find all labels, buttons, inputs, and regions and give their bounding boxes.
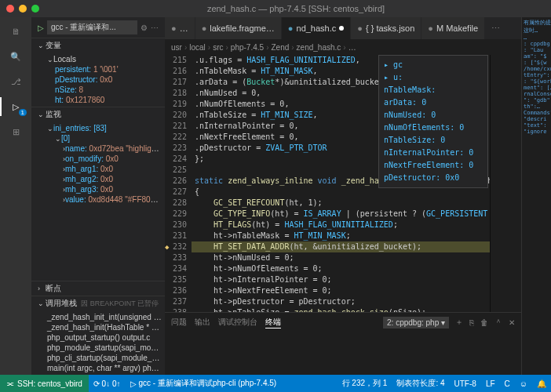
bell-icon[interactable]: 🔔 [532, 378, 551, 389]
sync-status[interactable]: ⟳ 0↓ 0↑ [89, 379, 126, 388]
tab-overflow-icon[interactable]: ⋯ [485, 17, 506, 39]
breadcrumb[interactable]: usr›local›src›php-7.4.5›Zend›zend_hash.c… [165, 39, 521, 55]
breadcrumb-item[interactable]: … [348, 43, 356, 52]
debug-hover: ▸ gc▸ u: nTableMask: arData: 0 nNumUsed:… [378, 55, 488, 188]
panel-tab[interactable]: 问题 [171, 317, 187, 328]
breadcrumb-item[interactable]: usr [171, 43, 182, 52]
hover-row: nTableSize: 0 [382, 134, 484, 147]
max-dot[interactable] [31, 5, 39, 13]
watch-row[interactable]: ›mh_arg3: 0x0 [31, 184, 165, 194]
locals-scope[interactable]: ⌄Locals [31, 54, 165, 64]
panel-tab[interactable]: 调试控制台 [218, 317, 257, 328]
panel-action-icon[interactable]: ⎘ [469, 318, 474, 327]
panel-tabs: 问题输出调试控制台终端2: cppdbg: php ▾＋⎘🗑＾✕ [165, 313, 521, 332]
extensions-icon[interactable]: ⊞ [8, 124, 24, 140]
stack-frame[interactable]: php_module_startup(sapi_module_struct *… [31, 343, 165, 353]
variable-row[interactable]: ht: 0x1217860 [31, 95, 165, 105]
editor-area: ●…●lakefile.fragme…●nd_hash.c●{ } tasks.… [165, 17, 521, 375]
editor-tab[interactable]: ●… [165, 17, 195, 39]
editor-tab[interactable]: ●nd_hash.c [282, 17, 351, 39]
hover-row: nNextFreeElement: 0 [382, 159, 484, 172]
window-title: zend_hash.c — php-7.4.5 [SSH: centos_vbi… [47, 4, 545, 13]
variable-row[interactable]: persistent: 1 '\001' [31, 64, 165, 74]
breakpoint-marker[interactable]: ◆ [165, 241, 169, 252]
variable-row[interactable]: nSize: 8 [31, 85, 165, 95]
gear-icon[interactable]: ⚙ [140, 24, 148, 32]
watch-item[interactable]: ⌄[0] [31, 133, 165, 143]
code-editor[interactable]: ◆ 21521621721821922022122222322422522622… [165, 55, 521, 312]
terminal-select[interactable]: 2: cppdbg: php ▾ [383, 317, 449, 328]
panel-tab[interactable]: 终端 [265, 317, 281, 328]
panel-tab[interactable]: 输出 [195, 317, 210, 328]
breakpoints-section: ›断点 [31, 281, 165, 296]
close-dot[interactable] [6, 5, 14, 13]
status-bar: ⫘ SSH: centos_vbird ⟳ 0↓ 0↑ ▷ gcc - 重新编译… [0, 375, 551, 392]
activity-bar: 🗎 🔍 ⎇ ▷1 ⊞ [0, 17, 31, 375]
breadcrumb-item[interactable]: Zend [271, 43, 289, 52]
run-header: ▷ gcc - 重新编译和... ⚙ ⋯ [31, 17, 165, 38]
lang-status[interactable]: C [500, 378, 515, 389]
cursor-pos[interactable]: 行 232，列 1 [338, 378, 392, 389]
editor-tab[interactable]: ●lakefile.fragme… [195, 17, 282, 39]
titlebar: zend_hash.c — php-7.4.5 [SSH: centos_vbi… [0, 0, 551, 17]
variables-header[interactable]: ⌄变量 [31, 38, 165, 53]
explorer-icon[interactable]: 🗎 [8, 24, 24, 39]
watch-section: ⌄监视 ⌄ini_entries: [83] ⌄[0] ›name: 0xd72… [31, 107, 165, 281]
min-dot[interactable] [19, 5, 27, 13]
hover-row: ▸ gc [382, 59, 484, 71]
breakpoints-header[interactable]: ›断点 [31, 281, 165, 296]
hover-row: nNumUsed: 0 [382, 109, 484, 122]
stack-frame[interactable]: main(int argc, char ** argv) ph… [31, 363, 165, 373]
watch-row[interactable]: ›mh_arg2: 0x0 [31, 174, 165, 184]
stack-frame[interactable]: php_cli_startup(sapi_module_struct *… [31, 353, 165, 363]
editor-tab[interactable]: ●{ } tasks.json [351, 17, 421, 39]
callstack-header[interactable]: ⌄调用堆栈 因 BREAKPOINT 已暂停 [31, 296, 165, 310]
panel-action-icon[interactable]: ＾ [494, 317, 502, 328]
variable-row[interactable]: pDestructor: 0x0 [31, 74, 165, 85]
eol-status[interactable]: LF [481, 378, 500, 389]
breadcrumb-item[interactable]: src [213, 43, 223, 52]
traffic-lights [6, 5, 39, 13]
breadcrumb-item[interactable]: zend_hash.c [297, 43, 341, 52]
panel-action-icon[interactable]: ✕ [509, 318, 515, 327]
hover-row: pDestructor: 0x0 [382, 172, 484, 184]
stack-frame[interactable]: php_output_startup() output.c [31, 332, 165, 343]
debug-sidebar: ▷ gcc - 重新编译和... ⚙ ⋯ ⌄变量 ⌄Locals persist… [31, 17, 165, 375]
panel-action-icon[interactable]: 🗑 [480, 318, 488, 327]
more-icon[interactable]: ⋯ [151, 24, 159, 32]
stack-frame[interactable]: _zend_hash_init_int(unsigned char per… [31, 312, 165, 322]
hover-row: nTableMask: [382, 84, 484, 96]
scm-icon[interactable]: ⎇ [8, 74, 24, 89]
watch-row[interactable]: ›value: 0xd8d448 "#FF8000" [31, 194, 165, 205]
breadcrumb-item[interactable]: php-7.4.5 [231, 43, 264, 52]
encoding-status[interactable]: UTF-8 [450, 378, 481, 389]
watch-row[interactable]: ›mh_arg1: 0x0 [31, 164, 165, 174]
right-editor-fragment: 有属性的提示…这时……: cppdbg: "Lauam": "$: ["${w/… [521, 17, 551, 375]
indent-status[interactable]: 制表符长度: 4 [392, 378, 449, 389]
editor-tab[interactable]: ●M Makefile [421, 17, 485, 39]
watch-root[interactable]: ⌄ini_entries: [83] [31, 123, 165, 133]
debug-status[interactable]: ▷ gcc - 重新编译和调试php-cli (php-7.4.5) [126, 378, 282, 389]
hover-row: nInternalPointer: 0 [382, 147, 484, 159]
variables-section: ⌄变量 ⌄Locals persistent: 1 '\001'pDestruc… [31, 38, 165, 107]
line-gutter: 2152162172182192202212222232242252262272… [165, 55, 192, 312]
bottom-panel: 问题输出调试控制台终端2: cppdbg: php ▾＋⎘🗑＾✕ [165, 312, 521, 375]
editor-tabs: ●…●lakefile.fragme…●nd_hash.c●{ } tasks.… [165, 17, 521, 39]
hover-row: arData: 0 [382, 96, 484, 109]
watch-row[interactable]: ›on_modify: 0x0 [31, 154, 165, 164]
feedback-icon[interactable]: ☺ [515, 378, 532, 389]
breadcrumb-item[interactable]: local [189, 43, 206, 52]
callstack-section: ⌄调用堆栈 因 BREAKPOINT 已暂停 _zend_hash_init_i… [31, 296, 165, 375]
hover-row: nNumOfElements: 0 [382, 122, 484, 134]
hover-row: ▸ u: [382, 71, 484, 84]
config-dropdown[interactable]: gcc - 重新编译和... [47, 20, 137, 34]
minimap[interactable] [490, 55, 521, 312]
search-icon[interactable]: 🔍 [8, 49, 24, 64]
debug-icon[interactable]: ▷1 [8, 99, 24, 114]
watch-header[interactable]: ⌄监视 [31, 107, 165, 122]
remote-indicator[interactable]: ⫘ SSH: centos_vbird [0, 375, 89, 392]
stack-frame[interactable]: _zend_hash_init(HashTable * ht, unsig… [31, 322, 165, 332]
watch-row[interactable]: ›name: 0xd72bea "highlight.comment" [31, 143, 165, 154]
start-debug-icon[interactable]: ▷ [38, 24, 44, 32]
panel-action-icon[interactable]: ＋ [455, 317, 463, 328]
